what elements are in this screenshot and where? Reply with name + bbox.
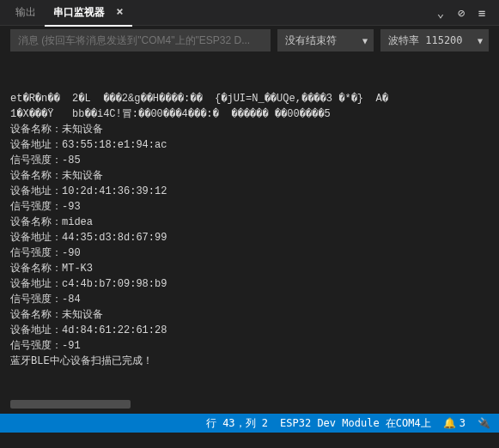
console-line: 设备地址：4d:84:61:22:61:28	[10, 323, 489, 338]
bell-icon: 🔔	[443, 417, 456, 429]
console-line: 信号强度：-90	[10, 245, 489, 261]
serial-console: et�R�n�� 2�L ���2&g��H����:�� {�jUI=N_��…	[0, 55, 499, 414]
clear-icon[interactable]: ⊘	[451, 6, 472, 20]
baud-rate-label: 波特率 115200	[388, 33, 463, 48]
console-line: 设备地址：44:35:d3:8d:67:99	[10, 230, 489, 245]
chevron-down-icon[interactable]: ⌄	[430, 6, 451, 20]
console-line: et�R�n�� 2�L ���2&g��H����:�� {�jUI=N_��…	[10, 91, 489, 106]
console-line: 蓝牙BLE中心设备扫描已完成！	[10, 354, 489, 369]
baud-rate-select[interactable]: 波特率 115200 ▼	[380, 29, 489, 51]
console-line: 设备名称：MT-K3	[10, 261, 489, 276]
console-line: 信号强度：-85	[10, 153, 489, 168]
console-line: 信号强度：-93	[10, 199, 489, 215]
console-line: 设备地址：63:55:18:e1:94:ac	[10, 137, 489, 153]
console-line: 设备名称：未知设备	[10, 307, 489, 323]
tab-output[interactable]: 输出	[7, 0, 45, 25]
tab-serial-monitor-label: 串口监视器	[53, 6, 105, 18]
menu-icon[interactable]: ≡	[472, 6, 492, 20]
console-line: 信号强度：-91	[10, 338, 489, 354]
status-bar: 行 43，列 2 ESP32 Dev Module 在COM4上 🔔 3 🔌	[0, 414, 499, 433]
message-input[interactable]	[10, 29, 271, 51]
console-line: 设备名称：未知设备	[10, 122, 489, 137]
caret-down-icon: ▼	[472, 36, 483, 45]
caret-down-icon: ▼	[357, 36, 368, 45]
tab-bar: 输出 串口监视器 × ⌄ ⊘ ≡	[0, 0, 499, 26]
tab-serial-monitor[interactable]: 串口监视器 ×	[45, 0, 132, 27]
tab-output-label: 输出	[15, 6, 36, 18]
console-line: 信号强度：-84	[10, 292, 489, 307]
console-line: 设备名称：midea	[10, 215, 489, 230]
cursor-position[interactable]: 行 43，列 2	[206, 416, 268, 431]
notifications[interactable]: 🔔 3	[443, 417, 466, 429]
close-icon[interactable]: ×	[116, 4, 123, 18]
console-line: 设备地址：c4:4b:b7:09:98:b9	[10, 276, 489, 292]
line-ending-select[interactable]: 没有结束符 ▼	[277, 29, 374, 51]
console-line: 设备名称：未知设备	[10, 168, 489, 184]
line-ending-label: 没有结束符	[285, 33, 337, 48]
connection-status[interactable]: 🔌	[478, 417, 490, 429]
toolbar: 没有结束符 ▼ 波特率 115200 ▼	[0, 26, 499, 55]
horizontal-scrollbar[interactable]	[10, 400, 131, 409]
board-info[interactable]: ESP32 Dev Module 在COM4上	[280, 416, 431, 431]
console-line: 1�X���Ÿ bb��i4C!冒:��00���4���:� ������ �…	[10, 106, 489, 122]
console-line: 设备地址：10:2d:41:36:39:12	[10, 184, 489, 199]
plug-icon: 🔌	[478, 417, 490, 429]
